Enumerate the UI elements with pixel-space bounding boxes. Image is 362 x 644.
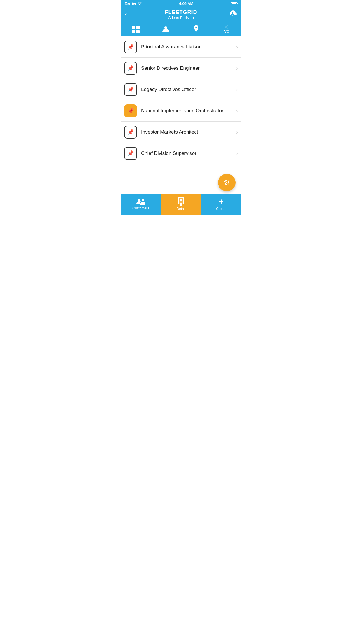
pin-icon: 📌 (127, 86, 134, 93)
bottom-tab-customers[interactable]: Customers (121, 194, 161, 215)
grid-icon (132, 26, 140, 33)
chevron-right-icon: › (236, 108, 238, 114)
carrier-text: Carrier (125, 1, 142, 6)
status-bar: Carrier 4:06 AM (121, 0, 241, 7)
list-item-label: Investor Markets Architect (141, 129, 236, 135)
create-tab-label: Create (216, 207, 226, 211)
header-title-block: FLEETGRID Arlene Parisian (165, 9, 197, 20)
tab-person[interactable] (151, 25, 181, 36)
list-item-label: National Implementation Orchestrator (141, 108, 236, 114)
person-icon (162, 25, 170, 33)
list-item-pin-icon-wrap: 📌 (124, 41, 137, 53)
app-title: FLEETGRID (165, 9, 197, 15)
fab-settings-button[interactable]: ⚙ (218, 174, 236, 191)
nav-tabs: ✳ A/C (121, 22, 241, 36)
bottom-tab-create[interactable]: + Create (201, 194, 241, 215)
settings-icon: ⚙ (224, 178, 230, 187)
download-button[interactable] (228, 10, 237, 20)
create-icon: + (219, 197, 224, 206)
location-icon (193, 25, 199, 33)
list-item[interactable]: 📌Senior Directives Engineer› (121, 58, 241, 79)
status-battery (230, 2, 237, 5)
svg-point-2 (142, 199, 144, 201)
tab-ac[interactable]: ✳ A/C (211, 24, 242, 36)
pin-icon: 📌 (127, 108, 134, 114)
status-time: 4:06 AM (179, 1, 193, 6)
chevron-right-icon: › (236, 65, 238, 71)
list-item-pin-icon-wrap: 📌 (124, 83, 137, 96)
list-item-pin-icon-wrap: 📌 (124, 126, 137, 139)
bottom-tab-bar: Customers Detail + Create (121, 194, 241, 215)
chevron-right-icon: › (236, 87, 238, 93)
ac-icon: ✳ A/C (224, 24, 229, 33)
chevron-right-icon: › (236, 44, 238, 50)
list-item[interactable]: 📌Chief Division Supervisor› (121, 143, 241, 164)
tab-location[interactable] (181, 25, 211, 36)
list-item[interactable]: 📌Investor Markets Architect› (121, 122, 241, 143)
list-item-label: Legacy Directives Officer (141, 87, 236, 92)
back-button[interactable]: ‹ (125, 11, 127, 18)
list-item[interactable]: 📌National Implementation Orchestrator› (121, 100, 241, 122)
wifi-icon (137, 1, 142, 6)
list-item-pin-icon-wrap: 📌 (124, 104, 137, 117)
detail-icon (178, 197, 184, 206)
pin-icon: 📌 (127, 65, 134, 71)
list-item-label: Senior Directives Engineer (141, 65, 236, 71)
header: ‹ FLEETGRID Arlene Parisian (121, 7, 241, 36)
pin-icon: 📌 (127, 129, 134, 135)
chevron-right-icon: › (236, 129, 238, 135)
customers-tab-label: Customers (132, 206, 149, 210)
tab-grid[interactable] (121, 26, 151, 36)
customers-icon (136, 198, 145, 205)
list-item-label: Chief Division Supervisor (141, 150, 236, 156)
bottom-tab-detail[interactable]: Detail (161, 194, 201, 215)
pin-icon: 📌 (127, 44, 134, 50)
user-name: Arlene Parisian (165, 15, 197, 20)
list-item-pin-icon-wrap: 📌 (124, 147, 137, 160)
list-item-label: Principal Assurance Liaison (141, 44, 236, 50)
list-container: 📌Principal Assurance Liaison›📌Senior Dir… (121, 36, 241, 194)
detail-tab-label: Detail (177, 207, 186, 211)
header-row: ‹ FLEETGRID Arlene Parisian (121, 9, 241, 20)
pin-icon: 📌 (127, 150, 134, 157)
chevron-right-icon: › (236, 150, 238, 157)
list-item[interactable]: 📌Legacy Directives Officer› (121, 79, 241, 100)
list-item[interactable]: 📌Principal Assurance Liaison› (121, 36, 241, 58)
list-item-pin-icon-wrap: 📌 (124, 62, 137, 75)
svg-rect-5 (180, 203, 182, 206)
svg-point-1 (138, 199, 140, 201)
